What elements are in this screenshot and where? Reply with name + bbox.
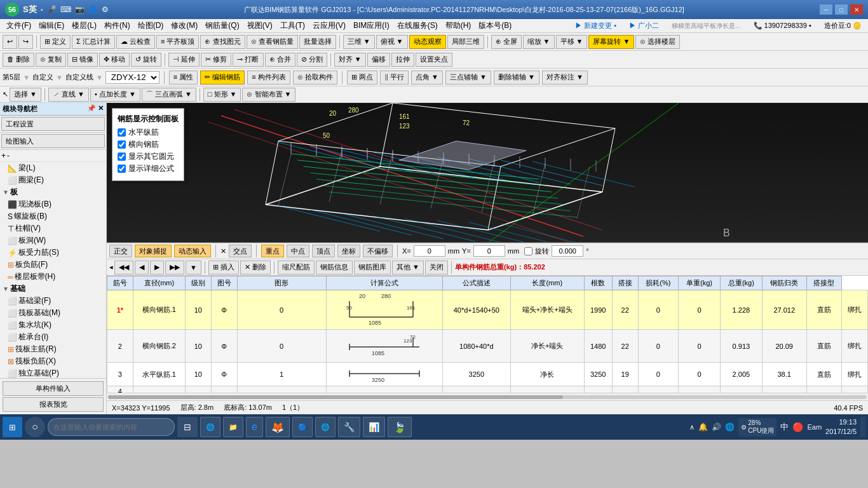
table-row[interactable]: 4 xyxy=(107,386,868,393)
tree-cast-slab[interactable]: ⬛ 现浇板(B) xyxy=(0,198,106,210)
horiz-rebar-option[interactable]: 水平纵筋 xyxy=(118,127,179,138)
offset-btn[interactable]: 偏移 xyxy=(367,53,390,67)
project-setup-btn[interactable]: 工程设置 xyxy=(1,117,105,131)
dynamic-view-btn[interactable]: 动态观察 xyxy=(409,35,446,49)
midpoint-btn[interactable]: 重点 xyxy=(261,245,284,257)
taskbar-leaf-item[interactable]: 🍃 xyxy=(388,417,412,437)
nav-last-btn[interactable]: ▶▶ xyxy=(165,261,184,274)
tree-beam[interactable]: 📐 梁(L) xyxy=(0,162,106,174)
taskbar-chrome-item[interactable]: 🔵 xyxy=(292,417,313,437)
tree-floor-belt[interactable]: ═ 楼层板带(H) xyxy=(0,271,106,283)
tree-sump[interactable]: ⬜ 集水坑(K) xyxy=(0,319,106,331)
menu-floor[interactable]: 楼层(L) xyxy=(68,19,100,32)
menu-modify[interactable]: 修改(M) xyxy=(167,19,201,32)
menu-view[interactable]: 视图(V) xyxy=(243,19,276,32)
tree-slab-neg[interactable]: ⊞ 板负筋(F) xyxy=(0,259,106,271)
horiz-rebar-checkbox[interactable] xyxy=(118,128,126,137)
sum-calc-btn[interactable]: Σ 汇总计算 xyxy=(72,35,115,49)
tree-slab[interactable]: ▼ 板 xyxy=(0,186,106,198)
view-rebar-btn[interactable]: ⊙ 查看钢筋量 xyxy=(247,35,298,49)
move-btn[interactable]: ✥ 移动 xyxy=(99,53,130,67)
nav-down-btn[interactable]: ▼ xyxy=(186,261,201,274)
menu-tools[interactable]: 工具(T) xyxy=(276,19,309,32)
show-formula-checkbox[interactable] xyxy=(118,165,126,173)
rotate-btn[interactable]: 屏幕旋转 ▼ xyxy=(588,35,634,49)
zoom-btn[interactable]: 缩放 ▼ xyxy=(523,35,555,49)
nav-next-btn[interactable]: ▶ xyxy=(150,261,164,274)
rotate-input[interactable] xyxy=(552,245,583,257)
nav-close-icon[interactable]: ✕ xyxy=(98,104,104,114)
taskbar-ff-item[interactable]: 🦊 xyxy=(266,417,290,437)
align-btn[interactable]: 対齐 ▼ xyxy=(334,53,366,67)
level-top-btn[interactable]: ≡ 平齐板顶 xyxy=(156,35,199,49)
local-3d-btn[interactable]: 局部三维 xyxy=(447,35,484,49)
up-arrow-icon[interactable]: ∧ xyxy=(689,423,695,431)
cortana-button[interactable]: ○ xyxy=(25,417,45,437)
menu-file[interactable]: 文件(F) xyxy=(3,19,35,32)
tree-ring-beam[interactable]: ⬜ 圈梁(E) xyxy=(0,174,106,186)
table-row[interactable]: 2 横向钢筋.2 10 Φ 0 1085 123 72 xyxy=(107,330,868,363)
style-select[interactable]: ZDYX-12 xyxy=(105,71,159,84)
close-button[interactable]: ✕ xyxy=(850,4,863,15)
line-btn[interactable]: ⟋ 直线 ▼ xyxy=(48,88,89,102)
midpoint2-btn[interactable]: 中点 xyxy=(287,245,309,257)
maximize-button[interactable]: □ xyxy=(835,4,848,15)
report-preview-btn[interactable]: 报表预览 xyxy=(3,397,104,412)
x-input[interactable] xyxy=(414,245,445,257)
nav-prev-btn[interactable]: ◀ xyxy=(135,261,149,274)
tree-pile-cap-t[interactable]: ⬜ 桩承台(I) xyxy=(0,331,106,343)
batch-select-btn[interactable]: 批量选择 xyxy=(299,35,336,49)
point-angle-btn[interactable]: 点角 ▼ xyxy=(411,71,443,85)
rebar-info-btn[interactable]: 钢筋信息 xyxy=(316,261,353,274)
find-elem-btn[interactable]: ⊕ 查找图元 xyxy=(200,35,245,49)
rotate-checkbox[interactable] xyxy=(524,247,532,255)
other-btn[interactable]: 其他 ▼ xyxy=(392,261,424,274)
close-table-btn[interactable]: 关闭 xyxy=(425,261,448,274)
edit-rebar-btn[interactable]: ✏ 编辑钢筋 xyxy=(200,71,245,85)
show-formula-option[interactable]: 显示详细公式 xyxy=(118,163,179,174)
y-input[interactable] xyxy=(473,245,505,257)
3d-viewport[interactable]: B 20 280 50 161 123 72 钢筋显示控制面板 水平纵筋 xyxy=(107,103,868,243)
align-annot-btn[interactable]: 对齐标注 ▼ xyxy=(542,71,588,85)
tree-slab-hole[interactable]: ⬜ 板洞(W) xyxy=(0,234,106,247)
stretch-btn[interactable]: 拉伸 xyxy=(391,53,414,67)
extend-btn[interactable]: ⊣ 延伸 xyxy=(168,53,200,67)
start-button[interactable]: ⊞ xyxy=(3,417,22,437)
redo-btn[interactable]: ↪ xyxy=(18,35,33,49)
taskbar-ie-item[interactable]: e xyxy=(246,417,263,437)
pick-element-btn[interactable]: ⊙ 拾取构件 xyxy=(293,71,337,85)
rebar-lib-btn[interactable]: 钢筋图库 xyxy=(354,261,391,274)
properties-btn[interactable]: ≡ 属性 xyxy=(169,71,198,85)
delete-btn[interactable]: 🗑 删除 xyxy=(3,53,34,67)
del-aux-btn[interactable]: 删除辅轴 ▼ xyxy=(494,71,539,85)
transv-rebar-checkbox[interactable] xyxy=(118,140,126,149)
rect-btn[interactable]: □ 矩形 ▼ xyxy=(203,88,241,102)
endpoint-btn[interactable]: 顶点 xyxy=(312,245,335,257)
dynamic-input-btn[interactable]: 动态输入 xyxy=(174,245,211,257)
top-view-btn[interactable]: 俯视 ▼ xyxy=(376,35,408,49)
select-btn[interactable]: 选择 ▼ xyxy=(10,88,41,102)
transv-rebar-option[interactable]: 横向钢筋 xyxy=(118,139,179,150)
intersection-btn[interactable]: 交点 xyxy=(229,245,252,257)
guangxiao-btn[interactable]: ▶ 广小二 xyxy=(625,20,663,32)
coord-btn[interactable]: 坐标 xyxy=(337,245,360,257)
tree-raft-rebar-x[interactable]: ⊠ 筏板负筋(X) xyxy=(0,355,106,367)
two-point-btn[interactable]: ⊞ 两点 xyxy=(347,71,377,85)
tree-foundation[interactable]: ▼ 基础 xyxy=(0,283,106,295)
rotate2-btn[interactable]: ↺ 旋转 xyxy=(131,53,161,67)
tree-column-cap[interactable]: ⊤ 柱帽(V) xyxy=(0,222,106,234)
draw-input-btn[interactable]: 绘图输入 xyxy=(1,134,105,148)
show-others-checkbox[interactable] xyxy=(118,152,126,161)
tree-found-beam[interactable]: ⬜ 基础梁(F) xyxy=(0,295,106,307)
cloud-check-btn[interactable]: ☁ 云检查 xyxy=(116,35,155,49)
tree-raft-rebar-r[interactable]: ⊞ 筏板主筋(R) xyxy=(0,343,106,355)
grip-btn[interactable]: 设置夹点 xyxy=(416,53,452,67)
trim-btn[interactable]: ✂ 修剪 xyxy=(201,53,231,67)
tree-ind-found[interactable]: ⬜ 独立基础(P) xyxy=(0,367,106,378)
table-row[interactable]: 1* 横向钢筋.1 10 Φ 0 20 280 xyxy=(107,290,868,330)
ortho-btn[interactable]: 正交 xyxy=(109,245,132,257)
menu-edit[interactable]: 编辑(E) xyxy=(35,19,68,32)
task-view-button[interactable]: ⊟ xyxy=(177,417,198,437)
parallel-btn[interactable]: ∥ 平行 xyxy=(380,71,409,85)
taskbar-gldj-item[interactable]: 🔧 xyxy=(338,417,360,437)
